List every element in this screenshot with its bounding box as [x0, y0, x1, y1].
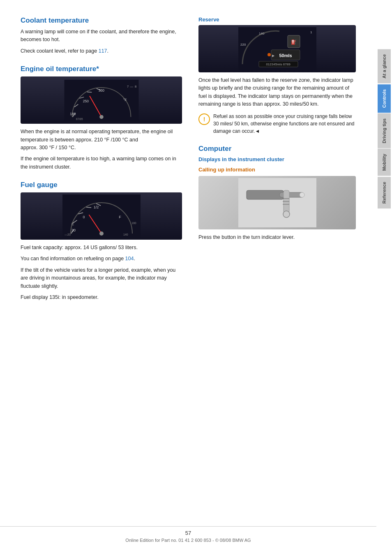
tab-driving-tips[interactable]: Driving tips	[378, 113, 391, 148]
svg-text:0: 0	[83, 215, 85, 219]
svg-text:180: 180	[70, 111, 76, 116]
coolant-link[interactable]: 117	[99, 48, 107, 54]
svg-point-57	[300, 192, 304, 197]
turn-indicator-image	[198, 176, 356, 229]
displays-heading: Displays in the instrument cluster	[198, 156, 356, 162]
svg-text:1/2: 1/2	[93, 205, 99, 209]
fuel-para4: Fuel display 135i: in speedometer.	[21, 294, 182, 301]
svg-text:E: E	[71, 222, 74, 226]
svg-text:220: 220	[240, 43, 246, 46]
left-column: Coolant temperature A warning lamp will …	[21, 16, 182, 305]
svg-text:1: 1	[310, 30, 312, 34]
page-number: 57	[0, 530, 376, 536]
coolant-heading: Coolant temperature	[21, 16, 182, 25]
computer-heading: Computer	[198, 145, 356, 153]
tab-controls[interactable]: Controls	[378, 84, 391, 113]
coolant-para1: A warning lamp will come on if the coola…	[21, 28, 182, 44]
right-column: Reserve 220 140 1 ⛽	[194, 16, 356, 305]
reserve-para1: Once the fuel level has fallen to the re…	[198, 76, 356, 109]
svg-text:330: 330	[98, 88, 104, 92]
svg-text:20: 20	[71, 228, 76, 232]
svg-text:140: 140	[259, 32, 265, 35]
svg-point-15	[99, 115, 104, 119]
fuel-para2: You can find information on refueling on…	[21, 255, 182, 263]
coolant-para2: Check coolant level, refer to page 117.	[21, 47, 182, 55]
page-footer: 57 Online Edition for Part no. 01 41 2 6…	[0, 526, 376, 543]
warning-box: ! Refuel as soon as possible once your c…	[198, 113, 356, 135]
svg-text:50mls: 50mls	[279, 53, 292, 58]
svg-text:F: F	[119, 215, 121, 219]
engine-oil-para1: When the engine is at normal operating t…	[21, 128, 182, 152]
engine-oil-para2: If the engine oil temperature is too hig…	[21, 155, 182, 171]
tab-mobility[interactable]: Mobility	[378, 149, 391, 176]
reserve-image: 220 140 1 ⛽ 50mls 012345mls 6789 ▶	[198, 25, 356, 72]
svg-point-56	[283, 211, 290, 217]
fuel-gauge-svg: 20 0 1/2 F E —20 140 180	[62, 194, 141, 238]
fuel-gauge-image: 20 0 1/2 F E —20 140 180	[21, 192, 182, 240]
svg-text:180: 180	[131, 222, 136, 224]
svg-text:87/85: 87/85	[76, 118, 83, 120]
svg-rect-53	[247, 190, 284, 199]
svg-text:250: 250	[83, 99, 89, 103]
svg-point-36	[99, 231, 104, 236]
svg-text:°F: °F	[123, 98, 127, 102]
engine-oil-heading: Engine oil temperature*	[21, 65, 182, 73]
lever-svg	[238, 178, 316, 227]
engine-oil-gauge-image: 180 250 330 °F 7 — 8 87/85	[21, 76, 182, 124]
svg-rect-52	[238, 178, 316, 227]
engine-oil-gauge-svg: 180 250 330 °F 7 — 8 87/85	[62, 80, 141, 121]
svg-text:140: 140	[123, 233, 128, 236]
svg-text:⛽: ⛽	[291, 39, 297, 45]
svg-text:8: 8	[134, 85, 136, 88]
main-content: Coolant temperature A warning lamp will …	[0, 0, 376, 555]
warning-icon: !	[198, 113, 210, 125]
fuel-para3: If the tilt of the vehicle varies for a …	[21, 266, 182, 290]
warning-text: Refuel as soon as possible once your cru…	[213, 113, 356, 135]
svg-text:012345mls 6789: 012345mls 6789	[266, 62, 291, 66]
reserve-heading: Reserve	[198, 16, 356, 23]
computer-para1: Press the button in the turn indicator l…	[198, 234, 356, 241]
tab-strip: At a glance Controls Driving tips Mobili…	[376, 0, 392, 555]
reserve-svg: 220 140 1 ⛽ 50mls 012345mls 6789 ▶	[238, 27, 316, 70]
calling-up-heading: Calling up information	[198, 166, 356, 173]
svg-point-51	[267, 53, 271, 56]
tab-at-a-glance[interactable]: At a glance	[378, 49, 391, 83]
fuel-link[interactable]: 104	[125, 256, 134, 261]
svg-text:▶: ▶	[272, 54, 275, 58]
tab-reference[interactable]: Reference	[378, 177, 391, 208]
svg-text:—20: —20	[65, 233, 71, 236]
svg-text:—: —	[130, 85, 133, 88]
fuel-para1: Fuel tank capacity: approx. 14 US gallon…	[21, 244, 182, 252]
footer-text: Online Edition for Part no. 01 41 2 600 …	[125, 538, 251, 543]
svg-text:7: 7	[127, 85, 128, 88]
fuel-gauge-heading: Fuel gauge	[21, 181, 182, 189]
